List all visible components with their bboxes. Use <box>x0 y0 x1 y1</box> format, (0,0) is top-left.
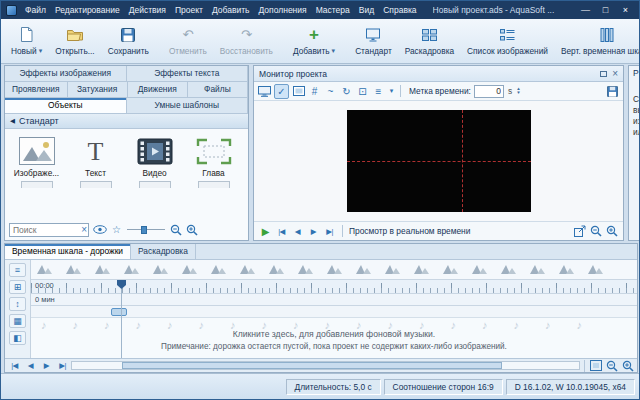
zoom-in-icon[interactable] <box>185 222 198 237</box>
timeline-tab-2[interactable]: Раскадровка <box>131 244 196 259</box>
group-header-standard[interactable]: ◀ Стандарт <box>5 114 248 129</box>
menubar-item[interactable]: Мастера <box>316 5 350 15</box>
menubar-item[interactable]: Действия <box>129 5 166 15</box>
monitor-toolbar: ✓#~↻⊡≡▾ Метка времени: s ▲▼ <box>254 82 623 101</box>
vertical-timeline-icon <box>600 27 614 43</box>
object-item[interactable]: TТекст <box>66 132 125 178</box>
skip-end-icon[interactable]: ▶| <box>56 358 69 373</box>
objects-tab-1[interactable]: Объекты <box>5 98 127 113</box>
slider-handle[interactable] <box>141 226 147 234</box>
maximize-button[interactable]: □ <box>597 4 614 17</box>
close-button[interactable]: × <box>617 4 634 17</box>
object-item-clipped[interactable] <box>80 181 112 188</box>
zoom-out-icon[interactable] <box>605 358 618 373</box>
zoom-out-icon[interactable] <box>589 224 602 239</box>
status-aspect-ratio: Соотношение сторон 16:9 <box>384 379 503 395</box>
effects-tab-1[interactable]: Эффекты изображения <box>5 66 127 81</box>
music-hint-line1: Кликните здесь, для добавления фоновой м… <box>31 329 637 339</box>
transition-tab-1[interactable]: Проявления <box>5 82 68 97</box>
dropdown-icon[interactable]: ▾ <box>388 84 395 99</box>
objects-tab-2[interactable]: Умные шаблоны <box>127 98 249 113</box>
favorites-star-icon[interactable]: ☆ <box>110 222 123 237</box>
tracks-icon[interactable]: ≡ <box>9 263 26 277</box>
toolbar-button-9[interactable]: Список изображений <box>461 21 554 61</box>
object-item-clipped[interactable] <box>21 181 53 188</box>
curve-icon[interactable]: ~ <box>324 84 337 99</box>
play-icon[interactable]: ▶ <box>259 224 272 239</box>
rotate-icon[interactable]: ↻ <box>340 84 353 99</box>
minimize-button[interactable]: — <box>577 4 594 17</box>
step-forward-icon[interactable]: ▶ <box>307 224 320 239</box>
zoom-out-icon[interactable] <box>169 222 182 237</box>
object-item[interactable]: Глава <box>184 132 243 178</box>
object-item-clipped[interactable] <box>198 181 230 188</box>
menubar-item[interactable]: Вид <box>359 5 374 15</box>
timestamp-input[interactable] <box>474 85 504 98</box>
toolbar-button-1[interactable]: Новый▾ <box>5 21 48 61</box>
skip-start-icon[interactable]: |◀ <box>275 224 288 239</box>
safe-area-icon[interactable]: ⊡ <box>356 84 369 99</box>
menubar-item[interactable]: Добавить <box>212 5 250 15</box>
effects-tab-2[interactable]: Эффекты текста <box>127 66 249 81</box>
track-handle[interactable] <box>111 308 127 316</box>
timestamp-spinner[interactable]: ▲▼ <box>516 87 520 96</box>
timeline-scrollbar[interactable] <box>71 361 580 370</box>
menubar-item[interactable]: Проект <box>175 5 203 15</box>
chapter-icon <box>196 135 232 165</box>
skip-start-icon[interactable]: |◀ <box>8 358 21 373</box>
object-list-icon[interactable]: ≡ <box>372 84 385 99</box>
menubar-item[interactable]: Справка <box>383 5 416 15</box>
grid-icon[interactable]: # <box>308 84 321 99</box>
toolbar-button-3[interactable]: Сохранить <box>102 21 155 61</box>
move-vertical-icon[interactable]: ↕ <box>9 297 26 311</box>
menubar-item[interactable]: Редактирование <box>55 5 120 15</box>
zoom-fit-icon[interactable] <box>589 358 602 373</box>
save-small-icon[interactable] <box>606 84 619 99</box>
image-track[interactable] <box>31 260 637 280</box>
add-track-icon[interactable]: ⊞ <box>9 280 26 294</box>
toolbar-button-6[interactable]: +Добавить▾ <box>287 21 341 61</box>
display-icon[interactable] <box>258 84 271 99</box>
toolbar-button-7[interactable]: Стандарт <box>349 21 398 61</box>
skip-end-icon[interactable]: ▶| <box>323 224 336 239</box>
timeline-tab-1[interactable]: Временная шкала - дорожки <box>5 244 131 259</box>
toolbar-button-8[interactable]: Раскадровка <box>399 21 460 61</box>
object-item[interactable]: Изображе... <box>7 132 66 178</box>
transition-tab-4[interactable]: Файлы <box>188 82 248 97</box>
zoom-in-icon[interactable] <box>621 358 634 373</box>
scrollbar-thumb[interactable] <box>122 362 502 369</box>
menubar-item[interactable]: Дополнения <box>259 5 307 15</box>
close-panel-icon[interactable]: × <box>612 69 618 79</box>
toolbar-button-2[interactable]: Открыть... <box>49 21 101 61</box>
menubar-item[interactable]: Файл <box>25 5 46 15</box>
transition-tab-2[interactable]: Затухания <box>68 82 128 97</box>
open-folder-icon <box>67 27 83 43</box>
image-placeholder-icon <box>153 263 168 276</box>
step-forward-icon[interactable]: ▶ <box>40 358 53 373</box>
tab-row-effects: Эффекты изображенияЭффекты текста <box>5 66 248 82</box>
step-back-icon[interactable]: ◀ <box>24 358 37 373</box>
realtime-toggle-icon[interactable]: ✓ <box>274 84 289 99</box>
clear-search-icon[interactable]: × <box>81 224 87 236</box>
search-input[interactable] <box>9 223 89 237</box>
thumbnail-size-slider[interactable] <box>127 225 165 235</box>
preview-eye-icon[interactable] <box>93 222 107 237</box>
toolbar-button-10[interactable]: Верт. временная шкала <box>555 21 640 61</box>
screen-icon[interactable] <box>292 84 305 99</box>
grid-small-icon[interactable]: ▦ <box>9 314 26 328</box>
object-item[interactable]: Видео <box>125 132 184 178</box>
options-icon[interactable]: ◧ <box>9 331 26 345</box>
main-area: Эффекты изображенияЭффекты текста Проявл… <box>4 65 638 241</box>
float-window-icon[interactable] <box>600 71 607 77</box>
properties-panel-collapsed[interactable]: Р Сначала выберите изображение или объек… <box>628 65 640 241</box>
image-placeholder-icon <box>559 263 574 276</box>
toolbar-button-label: Открыть... <box>55 46 95 56</box>
detach-icon[interactable] <box>573 224 586 239</box>
transition-tab-3[interactable]: Движения <box>128 82 188 97</box>
zoom-in-icon[interactable] <box>605 224 618 239</box>
timeline-content: 00:00 0 мин ♪♪♪♪♪♪♪♪♪♪♪♪♪♪♪♪♪♪ Кликните … <box>31 260 637 358</box>
realtime-preview-label[interactable]: Просмотр в реальном времени <box>349 226 470 236</box>
object-item-clipped[interactable] <box>139 181 171 188</box>
step-back-icon[interactable]: ◀ <box>291 224 304 239</box>
preview-area[interactable] <box>254 101 623 221</box>
